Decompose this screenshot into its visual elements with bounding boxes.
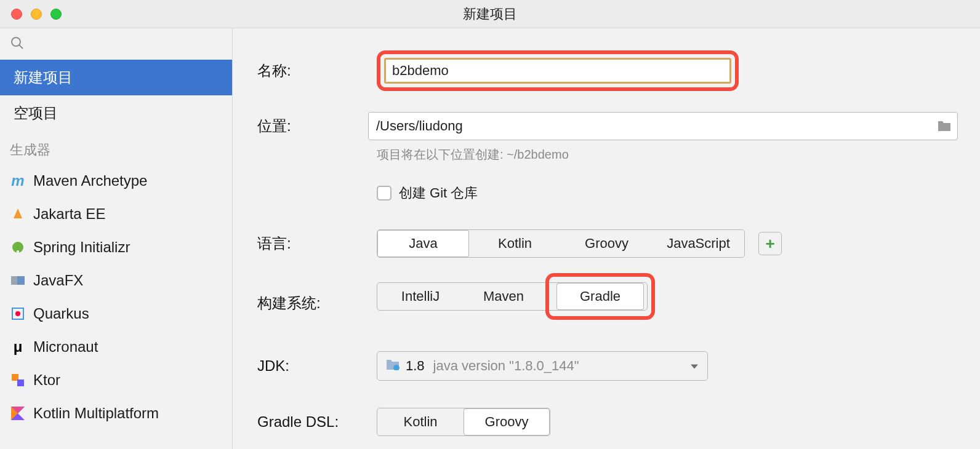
lang-groovy[interactable]: Groovy xyxy=(561,230,653,257)
sidebar: 新建项目 空项目 生成器 m Maven Archetype Jakarta E… xyxy=(0,28,233,449)
build-gradle[interactable]: Gradle xyxy=(556,283,644,310)
language-label: 语言: xyxy=(257,234,377,253)
generator-kotlin-multiplatform[interactable]: Kotlin Multiplatform xyxy=(0,397,232,430)
titlebar: 新建项目 xyxy=(0,0,980,28)
folder-icon[interactable] xyxy=(937,120,952,132)
add-language-button[interactable]: + xyxy=(758,232,782,255)
generator-label: Jakarta EE xyxy=(33,205,105,223)
generator-label: Micronaut xyxy=(33,338,98,356)
quarkus-icon xyxy=(10,306,26,322)
location-input[interactable] xyxy=(368,112,958,140)
generator-label: Quarkus xyxy=(33,305,89,322)
svg-point-3 xyxy=(17,250,19,253)
sidebar-section-heading: 生成器 xyxy=(0,131,232,164)
build-system-label: 构建系统: xyxy=(257,282,377,313)
search-icon[interactable] xyxy=(10,36,25,54)
spring-icon xyxy=(10,239,26,255)
lang-java[interactable]: Java xyxy=(377,230,469,257)
generator-spring-initializr[interactable]: Spring Initializr xyxy=(0,231,232,264)
sidebar-item-empty-project[interactable]: 空项目 xyxy=(0,95,232,131)
jdk-label: JDK: xyxy=(257,357,377,375)
svg-point-7 xyxy=(15,311,20,316)
generator-label: Maven Archetype xyxy=(33,172,147,189)
lang-kotlin[interactable]: Kotlin xyxy=(469,230,561,257)
maven-icon: m xyxy=(10,173,26,189)
location-hint: 项目将在以下位置创建: ~/b2bdemo xyxy=(377,146,958,163)
svg-rect-9 xyxy=(17,379,24,386)
jdk-dropdown[interactable]: 1.8 java version "1.8.0_144" xyxy=(377,351,708,381)
location-label: 位置: xyxy=(257,116,368,136)
generator-label: JavaFX xyxy=(33,272,83,289)
sidebar-item-label: 新建项目 xyxy=(14,68,73,87)
generator-label: Ktor xyxy=(33,372,60,389)
name-label: 名称: xyxy=(257,61,377,81)
generator-micronaut[interactable]: μ Micronaut xyxy=(0,330,232,364)
generator-jakarta-ee[interactable]: Jakarta EE xyxy=(0,197,232,231)
name-input[interactable] xyxy=(384,58,731,84)
svg-line-1 xyxy=(19,45,23,49)
build-maven[interactable]: Maven xyxy=(464,283,544,310)
sidebar-item-label: 空项目 xyxy=(14,103,58,123)
generator-label: Spring Initializr xyxy=(33,239,130,256)
generator-maven-archetype[interactable]: m Maven Archetype xyxy=(0,164,232,197)
svg-point-0 xyxy=(12,38,20,46)
generator-javafx[interactable]: JavaFX xyxy=(0,264,232,297)
lang-javascript[interactable]: JavaScript xyxy=(653,230,744,257)
name-highlight xyxy=(377,50,739,91)
form-panel: 名称: 位置: 项目将在以下位置创建: ~/b2bdemo 创建 Git 仓库 … xyxy=(233,28,980,449)
ktor-icon xyxy=(10,372,26,388)
window-title: 新建项目 xyxy=(0,5,980,23)
dsl-groovy[interactable]: Groovy xyxy=(464,408,550,435)
gradle-dsl-segments: Kotlin Groovy xyxy=(377,408,550,436)
gradle-dsl-label: Gradle DSL: xyxy=(257,413,377,431)
generator-quarkus[interactable]: Quarkus xyxy=(0,297,232,330)
javafx-icon xyxy=(10,272,26,288)
jdk-folder-icon xyxy=(386,359,400,373)
micronaut-icon: μ xyxy=(10,339,26,355)
build-intellij[interactable]: IntelliJ xyxy=(377,283,464,310)
dsl-kotlin[interactable]: Kotlin xyxy=(377,408,464,435)
build-gradle-highlight: Gradle xyxy=(545,273,655,320)
sidebar-item-new-project[interactable]: 新建项目 xyxy=(0,60,232,95)
chevron-down-icon xyxy=(690,359,699,373)
svg-rect-5 xyxy=(17,276,25,285)
git-checkbox[interactable] xyxy=(377,186,392,201)
kotlin-icon xyxy=(10,405,26,421)
jdk-version-text: 1.8 xyxy=(406,358,425,374)
generator-label: Kotlin Multiplatform xyxy=(33,405,159,422)
jakarta-icon xyxy=(10,206,26,222)
generator-ktor[interactable]: Ktor xyxy=(0,364,232,397)
language-segments: Java Kotlin Groovy JavaScript xyxy=(377,229,745,258)
git-checkbox-label: 创建 Git 仓库 xyxy=(399,184,478,202)
jdk-detail-text: java version "1.8.0_144" xyxy=(433,358,579,374)
